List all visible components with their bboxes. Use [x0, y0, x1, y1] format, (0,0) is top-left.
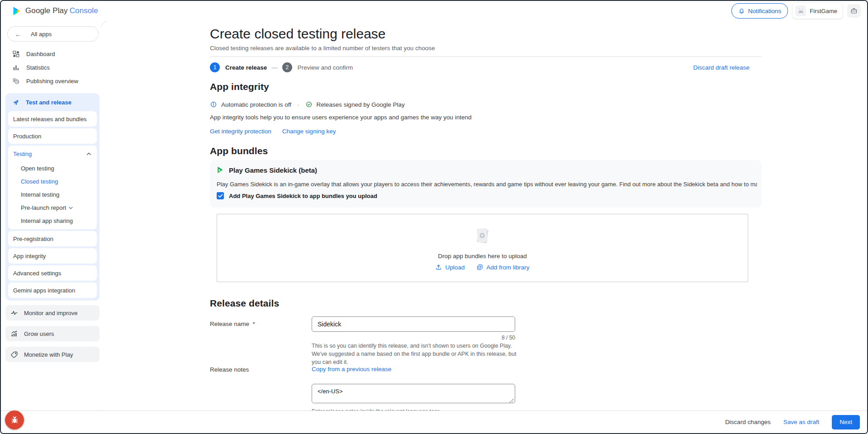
stepper: 1 Create release — 2 Preview and confirm — [210, 62, 353, 72]
back-arrow-icon: ← — [15, 30, 22, 38]
sidebar-item-testing[interactable]: Testing — [8, 146, 97, 162]
pulse-icon — [10, 309, 18, 317]
sidebar-item-label: Grow users — [24, 330, 54, 337]
protection-status: Automatic protection is off — [221, 101, 291, 108]
sidebar-item-prelaunch-report[interactable]: Pre-launch report — [8, 201, 97, 214]
content-panel: Create closed testing release Closed tes… — [101, 21, 867, 433]
test-and-release-group: Test and release Latest releases and bun… — [5, 93, 100, 301]
sidebar-item-latest-releases[interactable]: Latest releases and bundles — [8, 111, 97, 127]
sidebar-item-statistics[interactable]: Statistics — [1, 61, 101, 74]
add-from-library-label: Add from library — [486, 264, 529, 271]
discard-draft-release-link[interactable]: Discard draft release — [693, 64, 749, 71]
feedback-bug-button[interactable] — [5, 410, 24, 429]
sidebar-item-dashboard[interactable]: Dashboard — [1, 47, 101, 61]
sidebar-item-label: Statistics — [26, 64, 50, 71]
next-button[interactable]: Next — [832, 415, 860, 429]
sidebar-item-label: Publishing overview — [26, 78, 78, 85]
sidekick-checkbox[interactable] — [217, 192, 224, 199]
discard-changes-button[interactable]: Discard changes — [725, 419, 771, 425]
sidebar-item-label: Open testing — [21, 165, 54, 172]
release-name-input[interactable] — [312, 316, 515, 332]
sidekick-description: Play Games Sidekick is an in-game overla… — [217, 181, 757, 188]
testing-card: Testing Open testing Closed testing Inte… — [8, 146, 97, 229]
dashboard-icon — [12, 50, 20, 58]
add-from-library-button[interactable]: Add from library — [476, 264, 529, 271]
library-icon — [476, 264, 483, 271]
dropzone-text: Drop app bundles here to upload — [438, 253, 527, 259]
android-app-icon — [795, 5, 806, 16]
signing-status: Releases signed by Google Play — [317, 101, 405, 108]
price-tag-icon — [10, 351, 18, 359]
play-console-window: Google PlayConsole Notifications — [0, 0, 868, 434]
save-as-draft-button[interactable]: Save as draft — [783, 419, 820, 425]
header-divider — [210, 57, 762, 57]
rocket-icon — [12, 99, 20, 106]
testing-label: Testing — [13, 151, 32, 157]
sidebar-item-internal-testing[interactable]: Internal testing — [8, 188, 97, 201]
check-circle-icon — [305, 101, 313, 108]
sidebar-item-label: Internal testing — [21, 191, 59, 198]
get-integrity-protection-link[interactable]: Get integrity protection — [210, 128, 271, 135]
bell-icon — [738, 8, 745, 14]
upload-icon — [435, 264, 442, 271]
sidebar-item-label: Monitor and improve — [24, 310, 78, 316]
sidebar: ← All apps Dashboard — [1, 21, 101, 410]
account-name: FirstGame — [810, 8, 837, 14]
release-name-helper: This is so you can identify this release… — [312, 342, 520, 366]
sidebar-item-label: App integrity — [13, 253, 46, 259]
bug-icon — [10, 416, 19, 425]
sidebar-item-internal-app-sharing[interactable]: Internal app sharing — [8, 214, 97, 227]
release-notes-textarea[interactable]: </en-US> — [312, 384, 515, 403]
page-subtitle: Closed testing releases are available to… — [210, 45, 435, 52]
sidebar-item-label: Pre-launch report — [21, 204, 66, 211]
step-2-circle: 2 — [282, 62, 292, 72]
sidebar-item-production[interactable]: Production — [8, 128, 97, 144]
sidebar-item-label: Internal app sharing — [21, 217, 73, 224]
sidebar-item-label: Monetize with Play — [24, 351, 73, 358]
brand[interactable]: Google PlayConsole — [13, 6, 98, 16]
sidebar-item-monitor-improve[interactable]: Monitor and improve — [5, 305, 100, 321]
sidebar-item-label: Pre-registration — [13, 236, 53, 242]
integrity-description: App integrity tools help you to ensure u… — [210, 114, 472, 121]
app-account-chip[interactable]: FirstGame — [792, 3, 843, 19]
all-apps-button[interactable]: ← All apps — [7, 26, 99, 42]
app-bundles-heading: App bundles — [210, 146, 268, 156]
sidebar-item-closed-testing[interactable]: Closed testing — [8, 175, 97, 188]
stepper-dash: — — [271, 64, 278, 71]
sidebar-item-pre-registration[interactable]: Pre-registration — [8, 231, 97, 246]
char-counter: 8 / 50 — [312, 335, 515, 341]
sidekick-checkbox-label: Add Play Games Sidekick to app bundles y… — [229, 193, 377, 199]
upload-button[interactable]: Upload — [435, 264, 465, 271]
sidebar-item-grow-users[interactable]: Grow users — [5, 326, 100, 341]
test-and-release-label: Test and release — [26, 99, 71, 106]
step-2-label[interactable]: Preview and confirm — [298, 64, 353, 71]
play-games-icon — [217, 166, 224, 174]
change-signing-key-link[interactable]: Change signing key — [282, 128, 336, 135]
statistics-icon — [12, 64, 20, 71]
step-1-label[interactable]: Create release — [225, 64, 267, 71]
chevron-down-icon — [69, 207, 73, 209]
google-play-logo-icon — [13, 6, 21, 16]
sidebar-item-label: Gemini apps integration — [13, 287, 75, 294]
upload-label: Upload — [445, 264, 465, 271]
sidebar-item-open-testing[interactable]: Open testing — [8, 162, 97, 175]
notifications-button[interactable]: Notifications — [731, 3, 788, 19]
chevron-up-icon — [86, 152, 91, 156]
info-icon — [210, 101, 217, 108]
release-details-heading: Release details — [210, 298, 279, 309]
sidebar-item-advanced-settings[interactable]: Advanced settings — [8, 265, 97, 281]
sidebar-item-label: Closed testing — [21, 178, 58, 185]
publishing-overview-icon — [12, 77, 20, 85]
sidebar-item-test-and-release[interactable]: Test and release — [5, 93, 100, 111]
copy-previous-release-link[interactable]: Copy from a previous release — [312, 366, 391, 373]
textarea-resize-handle[interactable] — [509, 399, 514, 403]
bundle-dropzone[interactable]: Drop app bundles here to upload Upload — [217, 214, 748, 282]
sidekick-card: Play Games Sidekick (beta) Play Games Si… — [210, 160, 762, 208]
top-bar: Google PlayConsole Notifications — [1, 1, 867, 21]
sidebar-item-app-integrity[interactable]: App integrity — [8, 248, 97, 264]
sidebar-item-gemini-apps[interactable]: Gemini apps integration — [8, 283, 97, 298]
release-name-label: Release name * — [210, 321, 255, 327]
sidebar-item-monetize[interactable]: Monetize with Play — [5, 347, 100, 362]
sidebar-item-publishing-overview[interactable]: Publishing overview — [1, 74, 101, 88]
workspace-button[interactable] — [847, 4, 861, 18]
